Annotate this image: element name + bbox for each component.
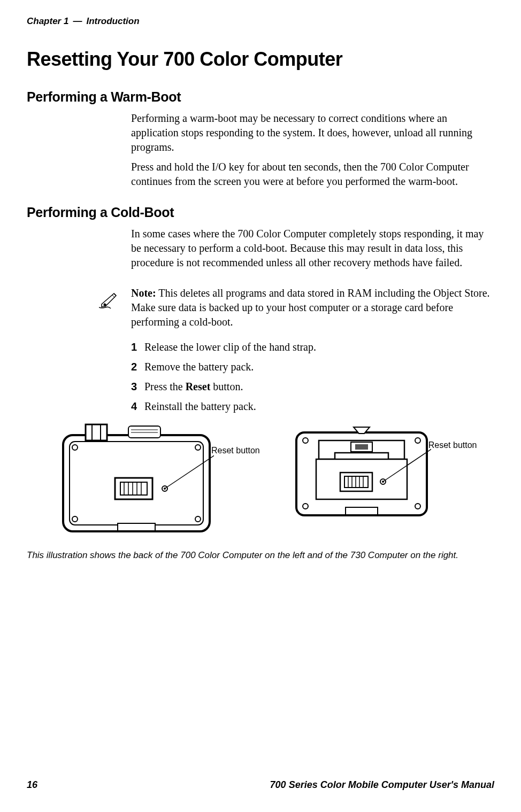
device-730-illustration [292,422,431,523]
page-footer: 16 700 Series Color Mobile Computer User… [27,779,494,791]
section-heading-cold: Performing a Cold-Boot [27,205,494,220]
svg-line-0 [114,293,116,296]
list-text: Remove the battery pack. [144,360,254,374]
list-number: 3 [131,380,144,394]
svg-point-11 [195,445,201,450]
list-item: 3 Press the Reset button. [131,380,494,394]
page-title: Resetting Your 700 Color Computer [27,48,494,71]
ordered-list: 1 Release the lower clip of the hand str… [131,340,494,414]
list-number: 2 [131,360,144,374]
note-icon [99,288,123,310]
reset-button-label: Reset button [211,446,260,455]
device-730-block: Reset button [292,422,477,523]
svg-rect-23 [118,523,155,531]
chapter-title: Introduction [86,16,139,27]
paragraph: In some cases where the 700 Color Comput… [131,227,494,270]
paragraph: Press and hold the I/O key for about ten… [131,160,494,189]
illustration-row: Reset button [59,422,494,539]
svg-point-10 [72,445,78,450]
header-separator: — [73,16,82,27]
svg-rect-42 [346,507,378,515]
svg-point-32 [415,504,420,509]
svg-point-30 [415,438,420,443]
reset-button-label: Reset button [428,440,477,450]
svg-rect-4 [86,424,107,440]
section-heading-warm: Performing a Warm-Boot [27,89,494,105]
list-number: 1 [131,340,144,354]
list-text: Release the lower clip of the hand strap… [144,340,316,354]
illustration-caption: This illustration shows the back of the … [27,550,494,561]
device-700-block: Reset button [59,422,260,539]
list-text: Press the Reset button. [144,380,243,394]
section-body-warm: Performing a warm-boot may be necessary … [131,111,494,189]
footer-title: 700 Series Color Mobile Computer User's … [270,779,494,791]
page-header: Chapter 1 — Introduction [27,16,494,27]
section-body-cold: In some cases where the 700 Color Comput… [131,227,494,270]
svg-point-31 [303,504,308,509]
list-text: Reinstall the battery pack. [144,399,256,414]
svg-point-13 [195,516,201,522]
note-block: Note: This deletes all programs and data… [99,286,494,329]
paragraph: Performing a warm-boot may be necessary … [131,111,494,154]
list-item: 2 Remove the battery pack. [131,360,494,374]
list-item: 4 Reinstall the battery pack. [131,399,494,414]
list-item: 1 Release the lower clip of the hand str… [131,340,494,354]
list-number: 4 [131,399,144,414]
device-700-illustration [59,422,214,539]
page-number: 16 [27,779,37,791]
svg-line-1 [112,295,114,297]
svg-point-29 [303,438,308,443]
note-text: Note: This deletes all programs and data… [131,286,494,329]
svg-rect-7 [128,426,160,438]
note-label: Note: [131,287,156,299]
svg-rect-27 [355,444,368,450]
svg-point-12 [72,516,78,522]
note-content: This deletes all programs and data store… [131,287,490,328]
chapter-label: Chapter 1 [27,16,68,27]
